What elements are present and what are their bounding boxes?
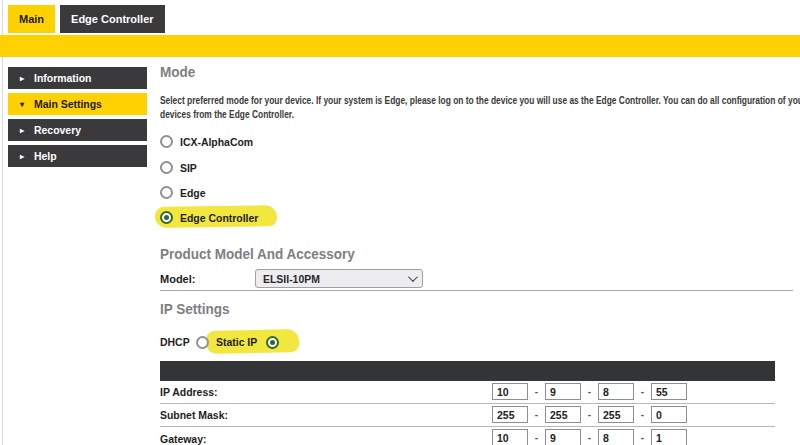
ip-address-label: IP Address: xyxy=(160,386,218,398)
tab-edge-controller[interactable]: Edge Controller xyxy=(60,5,165,33)
page-left-border xyxy=(2,0,3,445)
gateway-octet-1[interactable] xyxy=(492,429,528,445)
radio-dhcp[interactable] xyxy=(196,336,209,349)
subnet-mask-label: Subnet Mask: xyxy=(160,409,228,421)
tab-main-label: Main xyxy=(19,13,44,25)
subnet-mask-octet-3[interactable] xyxy=(598,406,634,423)
tab-edge-controller-label: Edge Controller xyxy=(71,13,154,25)
sidebar-item-label: Recovery xyxy=(34,124,81,136)
model-select-value: ELSII-10PM xyxy=(263,273,401,285)
product-section-title: Product Model And Accessory xyxy=(160,245,355,262)
octet-separator: - xyxy=(634,432,651,443)
radio-option-sip[interactable]: SIP xyxy=(160,159,198,176)
sidebar-item-help[interactable]: ▸ Help xyxy=(8,145,147,167)
radio-option-label: Edge Controller xyxy=(180,212,258,224)
ip-address-octet-1[interactable] xyxy=(492,383,528,400)
ip-address-octets: - - - xyxy=(492,383,687,400)
sidebar-item-label: Main Settings xyxy=(34,98,102,110)
radio-static-ip[interactable] xyxy=(266,336,279,349)
ip-mode-radio-group: DHCP Static IP xyxy=(160,333,279,351)
gateway-octet-2[interactable] xyxy=(545,429,581,445)
octet-separator: - xyxy=(634,409,651,420)
model-row: Model: ELSII-10PM xyxy=(160,269,423,288)
table-row-ip-address: IP Address: - - - xyxy=(160,381,775,404)
mode-description: Select preferred mode for your device. I… xyxy=(160,94,800,122)
top-tab-bar: Main Edge Controller xyxy=(8,5,165,33)
gateway-octet-4[interactable] xyxy=(651,429,687,445)
radio-option-label: Edge xyxy=(180,187,206,199)
radio-option-edge[interactable]: Edge xyxy=(160,184,207,201)
table-row-gateway: Gateway: - - - xyxy=(160,427,775,445)
radio-option-icx-alphacom[interactable]: ICX-AlphaCom xyxy=(160,133,257,150)
radio-unselected-icon[interactable] xyxy=(160,135,173,148)
octet-separator: - xyxy=(581,432,598,443)
gateway-octet-3[interactable] xyxy=(598,429,634,445)
octet-separator: - xyxy=(581,409,598,420)
radio-selected-icon[interactable] xyxy=(160,211,173,224)
ip-address-octet-2[interactable] xyxy=(545,383,581,400)
sidebar-item-main-settings[interactable]: ▾ Main Settings xyxy=(8,93,147,115)
brand-yellow-bar xyxy=(0,35,800,57)
octet-separator: - xyxy=(528,409,545,420)
sidebar-item-label: Information xyxy=(34,72,91,84)
chevron-right-icon: ▸ xyxy=(20,152,34,161)
radio-option-label: SIP xyxy=(180,162,197,174)
tab-main[interactable]: Main xyxy=(8,5,55,33)
octet-separator: - xyxy=(528,432,545,443)
device-config-page: Main Edge Controller ▸ Information ▾ Mai… xyxy=(0,0,800,445)
sidebar-item-recovery[interactable]: ▸ Recovery xyxy=(8,119,147,141)
mode-description-line2: devices from the Edge Controller. xyxy=(160,108,800,122)
model-select[interactable]: ELSII-10PM xyxy=(255,269,423,288)
octet-separator: - xyxy=(634,386,651,397)
gateway-octets: - - - xyxy=(492,429,687,445)
subnet-mask-octet-1[interactable] xyxy=(492,406,528,423)
table-row-subnet-mask: Subnet Mask: - - - xyxy=(160,404,775,427)
chevron-down-icon xyxy=(408,272,418,282)
ip-section-title: IP Settings xyxy=(160,300,230,317)
model-label: Model: xyxy=(160,273,255,285)
radio-option-edge-controller[interactable]: Edge Controller xyxy=(160,209,263,226)
chevron-down-icon: ▾ xyxy=(20,100,34,109)
radio-option-label: ICX-AlphaCom xyxy=(180,136,253,148)
subnet-mask-octet-2[interactable] xyxy=(545,406,581,423)
gateway-label: Gateway: xyxy=(160,433,206,445)
sidebar-nav: ▸ Information ▾ Main Settings ▸ Recovery… xyxy=(8,67,147,171)
mode-section-title: Mode xyxy=(160,63,195,80)
subnet-mask-octets: - - - xyxy=(492,406,687,423)
radio-unselected-icon[interactable] xyxy=(160,186,173,199)
octet-separator: - xyxy=(581,386,598,397)
chevron-right-icon: ▸ xyxy=(20,126,34,135)
mode-description-line1: Select preferred mode for your device. I… xyxy=(160,94,800,108)
ip-address-octet-3[interactable] xyxy=(598,383,634,400)
ip-table-header-bar xyxy=(160,361,775,381)
ip-settings-table: IP Address: - - - Subnet Mask: - - - xyxy=(160,361,775,445)
chevron-right-icon: ▸ xyxy=(20,74,34,83)
subnet-mask-octet-4[interactable] xyxy=(651,406,687,423)
static-ip-label: Static IP xyxy=(216,336,257,348)
dhcp-label: DHCP xyxy=(160,336,190,348)
section-divider xyxy=(160,290,793,291)
sidebar-item-information[interactable]: ▸ Information xyxy=(8,67,147,89)
sidebar-item-label: Help xyxy=(34,150,57,162)
ip-address-octet-4[interactable] xyxy=(651,383,687,400)
radio-unselected-icon[interactable] xyxy=(160,161,173,174)
octet-separator: - xyxy=(528,386,545,397)
